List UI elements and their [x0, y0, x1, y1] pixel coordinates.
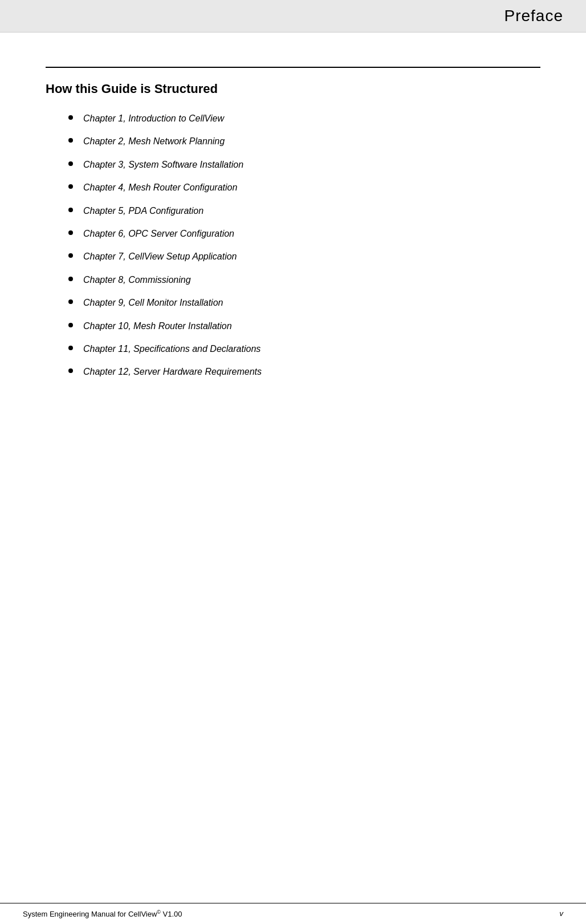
list-item: Chapter 8, Commissioning — [68, 274, 540, 286]
footer-page-number: v — [560, 909, 564, 918]
bullet-icon — [68, 208, 73, 212]
section-divider — [46, 67, 540, 68]
chapter-label: Chapter 1, Introduction to CellView — [83, 112, 224, 125]
list-item: Chapter 1, Introduction to CellView — [68, 112, 540, 125]
list-item: Chapter 11, Specifications and Declarati… — [68, 343, 540, 355]
bullet-icon — [68, 253, 73, 258]
header-bar: Preface — [0, 0, 586, 33]
chapter-label: Chapter 9, Cell Monitor Installation — [83, 297, 223, 309]
bullet-icon — [68, 368, 73, 373]
chapter-label: Chapter 5, PDA Configuration — [83, 205, 204, 217]
bullet-icon — [68, 161, 73, 166]
bullet-icon — [68, 115, 73, 120]
list-item: Chapter 7, CellView Setup Application — [68, 250, 540, 263]
chapter-label: Chapter 2, Mesh Network Planning — [83, 135, 225, 148]
bullet-icon — [68, 230, 73, 235]
page-title: Preface — [504, 7, 564, 25]
footer-left-text: System Engineering Manual for CellView© … — [23, 909, 182, 918]
list-item: Chapter 10, Mesh Router Installation — [68, 320, 540, 333]
list-item: Chapter 5, PDA Configuration — [68, 205, 540, 217]
content-area: How this Guide is Structured Chapter 1, … — [0, 33, 586, 423]
chapter-label: Chapter 10, Mesh Router Installation — [83, 320, 232, 333]
bullet-icon — [68, 184, 73, 189]
footer: System Engineering Manual for CellView© … — [0, 903, 586, 924]
chapter-label: Chapter 6, OPC Server Configuration — [83, 228, 234, 240]
bullet-icon — [68, 299, 73, 304]
list-item: Chapter 3, System Software Installation — [68, 159, 540, 171]
chapter-label: Chapter 11, Specifications and Declarati… — [83, 343, 261, 355]
list-item: Chapter 12, Server Hardware Requirements — [68, 366, 540, 378]
list-item: Chapter 4, Mesh Router Configuration — [68, 181, 540, 194]
section-heading: How this Guide is Structured — [46, 82, 540, 96]
bullet-icon — [68, 277, 73, 281]
chapter-label: Chapter 4, Mesh Router Configuration — [83, 181, 237, 194]
chapter-label: Chapter 12, Server Hardware Requirements — [83, 366, 262, 378]
list-item: Chapter 6, OPC Server Configuration — [68, 228, 540, 240]
list-item: Chapter 2, Mesh Network Planning — [68, 135, 540, 148]
bullet-icon — [68, 138, 73, 143]
chapter-list: Chapter 1, Introduction to CellViewChapt… — [46, 112, 540, 379]
list-item: Chapter 9, Cell Monitor Installation — [68, 297, 540, 309]
page-container: Preface How this Guide is Structured Cha… — [0, 0, 586, 924]
bullet-icon — [68, 323, 73, 327]
chapter-label: Chapter 8, Commissioning — [83, 274, 191, 286]
chapter-label: Chapter 7, CellView Setup Application — [83, 250, 237, 263]
chapter-label: Chapter 3, System Software Installation — [83, 159, 243, 171]
bullet-icon — [68, 346, 73, 350]
